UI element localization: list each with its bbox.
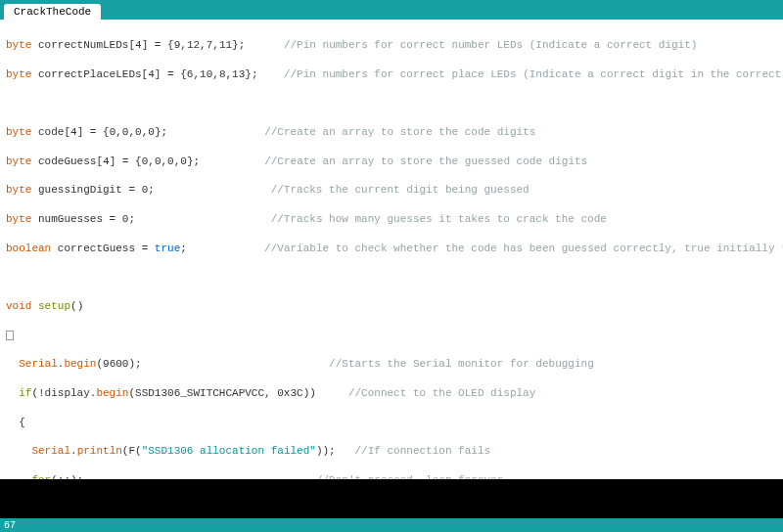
console-area (0, 479, 783, 518)
fold-marker-icon[interactable] (6, 331, 14, 340)
line-number: 67 (4, 520, 16, 531)
status-bar: 67 (0, 518, 783, 532)
tab-bar: CrackTheCode (0, 0, 783, 20)
code-editor[interactable]: byte correctNumLEDs[4] = {9,12,7,11}; //… (0, 20, 783, 479)
kw: byte (6, 39, 31, 51)
tab-crackthecode[interactable]: CrackTheCode (4, 4, 101, 20)
